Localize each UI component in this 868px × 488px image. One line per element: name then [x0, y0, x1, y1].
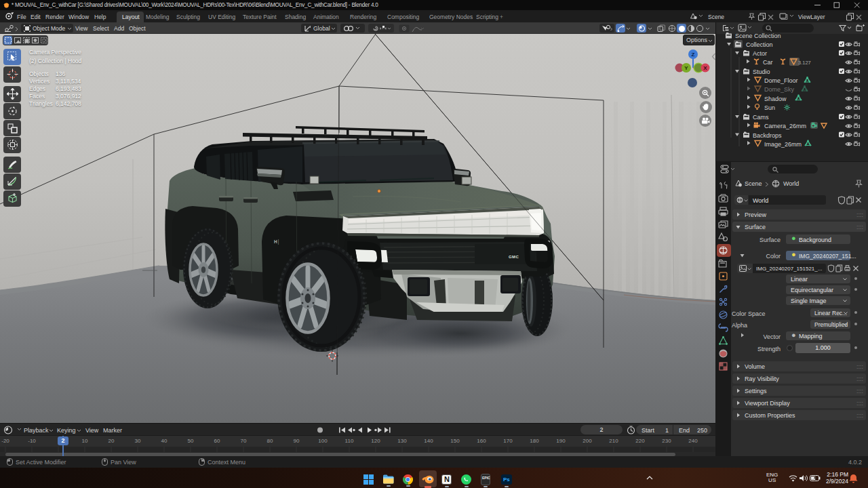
svg-text:Actor: Actor	[753, 50, 767, 57]
svg-text:Dome_Floor: Dome_Floor	[764, 77, 798, 84]
svg-text:Car: Car	[763, 59, 773, 66]
svg-text:Backdrops: Backdrops	[753, 132, 782, 139]
svg-text:Sun: Sun	[764, 104, 775, 111]
svg-text:Studio: Studio	[753, 68, 770, 75]
svg-text:Collection: Collection	[746, 41, 773, 48]
svg-text:Image_26mm: Image_26mm	[764, 141, 802, 148]
svg-text:X: X	[703, 65, 707, 71]
svg-text:Shadow: Shadow	[764, 96, 787, 102]
svg-text:Camera_26mm: Camera_26mm	[764, 123, 806, 129]
svg-text:Cams: Cams	[753, 114, 769, 121]
svg-text:Dome_Sky: Dome_Sky	[764, 86, 795, 93]
svg-text:H│: H│	[274, 239, 280, 245]
svg-text:3.127: 3.127	[798, 60, 811, 66]
svg-text:Y: Y	[684, 65, 688, 71]
svg-text:Scene Collection: Scene Collection	[735, 33, 781, 39]
svg-text:GMC: GMC	[509, 255, 519, 259]
svg-text:Z: Z	[692, 52, 695, 58]
